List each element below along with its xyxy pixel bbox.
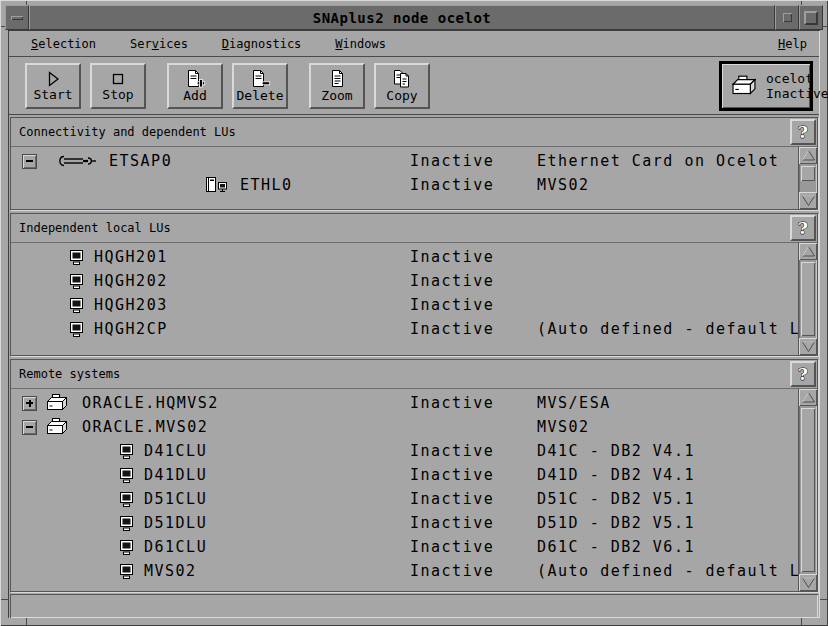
client-area: SelectionServicesDiagnosticsWindows Help…: [8, 30, 820, 618]
tree-cell: HQGH2CP: [11, 320, 168, 338]
menu-services[interactable]: Services: [130, 37, 188, 51]
lu-icon: [118, 515, 135, 532]
tree-row-d61clu[interactable]: D61CLU Inactive D61C - DB2 V6.1: [11, 535, 798, 559]
copy-button[interactable]: Copy: [374, 63, 430, 109]
tree-cell: D61CLU: [11, 538, 207, 556]
row-name: ORACLE.HQMVS2: [82, 394, 219, 412]
menu-help[interactable]: Help: [778, 37, 807, 51]
section-title: Connectivity and dependent LUs: [19, 125, 236, 139]
vertical-scrollbar[interactable]: [798, 147, 817, 209]
tree-row-hqgh203[interactable]: HQGH203 Inactive: [11, 293, 798, 317]
menu-bar: SelectionServicesDiagnosticsWindows Help: [9, 31, 819, 57]
menu-diagnostics[interactable]: Diagnostics: [222, 37, 301, 51]
scroll-down-button[interactable]: [799, 574, 817, 591]
row-status: Inactive: [410, 320, 494, 338]
link-station-icon: [205, 176, 231, 194]
svg-text:?: ?: [798, 364, 808, 384]
arrow-up-icon: [801, 149, 816, 162]
zoom-button[interactable]: Zoom: [309, 63, 365, 109]
tree-row-etsap0[interactable]: ETSAP0 Inactive Ethernet Card on Ocelot: [11, 149, 798, 173]
row-description: MVS/ESA: [537, 394, 611, 412]
row-status: Inactive: [410, 514, 494, 532]
expand-toggle-icon[interactable]: [22, 396, 37, 411]
tree-cell: HQGH202: [11, 272, 168, 290]
row-name: HQGH2CP: [94, 320, 168, 338]
stop-button[interactable]: Stop: [90, 63, 146, 109]
delete-button[interactable]: Delete: [232, 63, 288, 109]
row-description: D51D - DB2 V5.1: [537, 514, 695, 532]
lu-icon: [118, 443, 135, 460]
row-status: Inactive: [410, 176, 494, 194]
scroll-up-button[interactable]: [799, 389, 817, 406]
scroll-track[interactable]: [801, 407, 815, 573]
tree-cell: ETHL0: [11, 176, 293, 194]
maximize-button[interactable]: [799, 5, 823, 30]
section-list: HQGH201 Inactive HQGH202 Inactive HQGH20…: [11, 243, 817, 355]
tree-row-hqgh202[interactable]: HQGH202 Inactive: [11, 269, 798, 293]
collapse-toggle-icon[interactable]: [22, 154, 37, 169]
lu-icon: [68, 321, 85, 338]
tree-row-hqgh2cp[interactable]: HQGH2CP Inactive (Auto defined - default…: [11, 317, 798, 341]
tree-row-hqgh201[interactable]: HQGH201 Inactive: [11, 245, 798, 269]
vertical-scrollbar[interactable]: [798, 389, 817, 591]
section-header: Independent local LUs ?: [11, 214, 817, 243]
scroll-up-button[interactable]: [799, 147, 817, 164]
add-button[interactable]: Add: [167, 63, 223, 109]
question-mark-icon: ?: [795, 364, 811, 384]
tree-row-d51clu[interactable]: D51CLU Inactive D51C - DB2 V5.1: [11, 487, 798, 511]
scroll-down-button[interactable]: [799, 192, 817, 209]
toolbar: Start Stop Add Delete Zoom Copy ocelot I…: [9, 57, 819, 115]
menu-windows[interactable]: Windows: [335, 37, 386, 51]
menu-selection[interactable]: Selection: [31, 37, 96, 51]
section-list: ETSAP0 Inactive Ethernet Card on Ocelot …: [11, 147, 817, 209]
lu-icon: [118, 467, 135, 484]
section-help-button[interactable]: ?: [790, 215, 816, 241]
row-name: D41CLU: [144, 442, 207, 460]
remote-system-icon: [44, 417, 70, 437]
minimize-button[interactable]: [775, 5, 799, 30]
tree-row-d51dlu[interactable]: D51DLU Inactive D51D - DB2 V5.1: [11, 511, 798, 535]
row-name: MVS02: [144, 562, 197, 580]
row-name: D51CLU: [144, 490, 207, 508]
start-button[interactable]: Start: [25, 63, 81, 109]
window-title: SNAplus2 node ocelot: [29, 5, 775, 30]
window-menu-button[interactable]: [5, 5, 29, 30]
lu-icon: [68, 249, 85, 266]
row-description: Ethernet Card on Ocelot: [537, 152, 779, 170]
tree-row-oracle-hqmvs2[interactable]: ORACLE.HQMVS2 Inactive MVS/ESA: [11, 391, 798, 415]
node-status-button[interactable]: ocelot Inactive: [719, 61, 813, 111]
tree-row-mvs02[interactable]: MVS02 Inactive (Auto defined - default L…: [11, 559, 798, 583]
collapse-toggle-icon[interactable]: [22, 420, 37, 435]
section-help-button[interactable]: ?: [790, 361, 816, 387]
arrow-up-icon: [801, 245, 816, 258]
scroll-thumb[interactable]: [801, 262, 815, 336]
row-name: D41DLU: [144, 466, 207, 484]
scroll-track[interactable]: [801, 261, 815, 337]
status-bar: [10, 594, 818, 618]
lu-icon: [118, 563, 135, 580]
tree-row-oracle-mvs02[interactable]: ORACLE.MVS02 MVS02: [11, 415, 798, 439]
scroll-track[interactable]: [801, 165, 815, 191]
section-help-button[interactable]: ?: [790, 119, 816, 145]
row-description: (Auto defined - default LU): [537, 562, 798, 580]
tree-row-d41dlu[interactable]: D41DLU Inactive D41D - DB2 V4.1: [11, 463, 798, 487]
row-description: MVS02: [537, 176, 590, 194]
toolbar-button-label: Zoom: [321, 89, 352, 103]
menu-right-group: Help: [778, 37, 807, 51]
scroll-thumb[interactable]: [801, 408, 815, 572]
toolbar-button-label: Copy: [386, 89, 417, 103]
scroll-up-button[interactable]: [799, 243, 817, 260]
scroll-down-button[interactable]: [799, 338, 817, 355]
arrow-down-icon: [801, 194, 816, 207]
row-description: D51C - DB2 V5.1: [537, 490, 695, 508]
tree-row-ethl0[interactable]: ETHL0 Inactive MVS02: [11, 173, 798, 197]
lu-icon: [68, 297, 85, 314]
scroll-thumb[interactable]: [801, 166, 815, 181]
vertical-scrollbar[interactable]: [798, 243, 817, 355]
svg-text:?: ?: [798, 218, 808, 238]
row-description: MVS02: [537, 418, 590, 436]
tree-cell: HQGH201: [11, 248, 168, 266]
arrow-down-icon: [801, 340, 816, 353]
section-rows: HQGH201 Inactive HQGH202 Inactive HQGH20…: [11, 243, 798, 355]
tree-row-d41clu[interactable]: D41CLU Inactive D41C - DB2 V4.1: [11, 439, 798, 463]
